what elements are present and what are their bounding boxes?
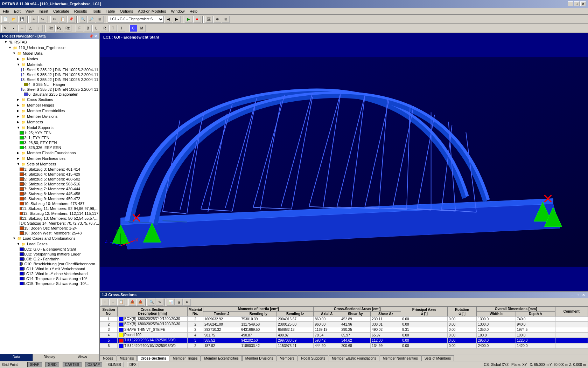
tree-nodal-supports[interactable]: ▼ 📁 Nodal Supports [0,125,99,130]
tree-load-cases-combinations[interactable]: ▼ 📁 Load Cases and Combinations [0,236,99,241]
cs-tab-nodes[interactable]: Nodes [100,355,116,361]
tb2-rotate-z[interactable]: Rz [64,25,71,32]
tree-materials[interactable]: ▼ 📁 Materials [0,62,99,67]
tree-set-15[interactable]: 15: Bogen Ost: Members: 1-24 [0,226,99,231]
tree-mat-5[interactable]: 5: Steel S 355 J2 | DIN EN 10025-2:2004-… [0,87,99,92]
load-case-dropdown[interactable]: LC1 - G,0 - Eigengewicht S... [108,16,164,23]
tb2-front[interactable]: F [76,25,83,32]
tt-new-row[interactable]: + [101,299,109,306]
panel-minimize-btn[interactable]: ─ [570,292,575,297]
nav-tab-data[interactable]: Data [0,354,33,361]
tb-zoom-in[interactable]: 🔍 [79,16,87,23]
tree-lc2[interactable]: LC2: Vorspannung mittlere Lager [0,252,99,257]
tb-axes[interactable]: ⊕ [214,16,221,23]
table-row[interactable]: 5 T IU 1220/2950/14/12/250/15/0/0 3 365.… [100,338,588,343]
tt-delete-row[interactable]: - [109,299,117,306]
cross-section-table[interactable]: SectionNo. Cross-SectionDescription [mm]… [100,306,588,354]
tree-mat-6[interactable]: 6: Baustahl S235 Diagonalen [0,92,99,97]
tree-ns-1[interactable]: 1: 25; YYY EEN [0,130,99,135]
tree-member-eccentricities[interactable]: ▶ 📁 Member Eccentricities [0,108,99,114]
osnap-btn[interactable]: OSNAP [85,362,102,367]
nav-tab-views[interactable]: Views [66,354,99,361]
menu-window[interactable]: Window [169,8,187,14]
menu-options[interactable]: Options [118,8,135,14]
tree-project[interactable]: ▼ 📁 110_Ueberbau_Ergebnisse [0,45,99,50]
snap-btn[interactable]: SNAP [27,362,42,367]
menu-results[interactable]: Results [72,8,89,14]
tree-ns-4[interactable]: 4: 325,326; EEY EEN [0,145,99,150]
tb2-load[interactable]: ↓ [35,25,43,32]
tree-ns-3[interactable]: 3: 26,50; EEY EEN [0,140,99,145]
tb2-member[interactable]: ─ [18,25,26,32]
tree-lc15[interactable]: LC15: Temperatur Schwankung -10°... [0,281,99,286]
tree-set-4[interactable]: 4: Stabzug 4: Members: 415-429 [0,172,99,177]
tree-root[interactable]: ▼ 🏗 RSTAB [0,39,99,45]
tree-set-9[interactable]: 9: Stabzug 9: Members: 459-472 [0,196,99,201]
tb2-right[interactable]: R [101,25,108,32]
tb2-support[interactable]: △ [27,25,34,32]
tb-prev-lc[interactable]: ◀ [164,16,172,23]
dfx-btn[interactable]: DFX [127,362,139,367]
tree-set-5[interactable]: 5: Stabzug 5: Members: 488-502 [0,177,99,182]
tree-lc14[interactable]: LC14: Temperatur Schwankung +10° [0,276,99,281]
tb2-iso[interactable]: I [118,25,125,32]
nav-close-btn[interactable]: ✕ [94,34,97,38]
tt-export[interactable]: 📤 [136,299,144,306]
tree-nodes[interactable]: ▶ 📁 Nodes [0,56,99,62]
tree-lc8[interactable]: LC8: G,2 - Fahrbahn [0,257,99,261]
tb2-rotate-y[interactable]: Ry [55,25,63,32]
tb-render[interactable]: 🖼 [205,16,213,23]
table-row[interactable]: 3 SHAPE-THIN VT_STEIFE 2 292710.32 64316… [100,327,588,332]
menu-tools[interactable]: Tools [90,8,103,14]
tree-member-nonlinearities[interactable]: ▶ 📁 Member Nonlinearities [0,156,99,161]
cs-tab-member-elastic-foundations[interactable]: Member Elastic Foundations [329,355,379,361]
tb-next-lc[interactable]: ▶ [173,16,181,23]
tree-member-divisions[interactable]: ▶ 📁 Member Divisions [0,114,99,119]
tree-lc1[interactable]: LC1: G,0 - Eigengewicht Stahl [0,247,99,252]
tb2-rotate-x[interactable]: Rx [47,25,55,32]
grid-btn[interactable]: GRID [46,362,59,367]
tree-set-10[interactable]: 10: Stabzug 10: Members: 473-487 [0,201,99,206]
tree-set-6[interactable]: 6: Stabzug 6: Members: 503-516 [0,182,99,186]
menu-insert[interactable]: Insert [36,8,50,14]
tree-set-12[interactable]: 12: Stabzug 12: Members: 112,114,115,117 [0,211,99,216]
tt-filter[interactable]: 🔍 [148,299,155,306]
nav-pin-btn[interactable]: 📌 [89,34,93,38]
tt-graph[interactable]: 📊 [167,299,175,306]
cs-tab-nodal-supports[interactable]: Nodal Supports [298,355,328,361]
tt-import[interactable]: 📥 [128,299,136,306]
tree-set-3[interactable]: 3: Stabzug 3: Members: 401-414 [0,167,99,172]
tree-mat-2[interactable]: 2: Steel S 355 J2 | DIN EN 10025-2:2004-… [0,72,99,77]
cs-tab-members[interactable]: Members [276,355,298,361]
table-row[interactable]: 4 Round 100 4 981.75 490.87 490.87 78.54… [100,333,588,338]
cs-tab-member-nonlinearities[interactable]: Member Nonlinearities [380,355,421,361]
tree-load-cases[interactable]: ▼ 📁 Load Cases [0,241,99,247]
tb2-select[interactable]: ↖ [1,25,9,32]
tt-copy-row[interactable]: 📋 [117,299,125,306]
tree-mat-3[interactable]: 3: Steel S 355 J2 | DIN EN 10025-2:2004-… [0,77,99,82]
tb-save[interactable]: 💾 [18,16,26,23]
menu-file[interactable]: File [1,8,11,14]
tree-mat-4[interactable]: 4: S 355 NL – Hänger [0,82,99,87]
tree-ns-2[interactable]: 2: 1; EYY EEN [0,135,99,140]
cs-tab-member-eccentricities[interactable]: Member Eccentricities [201,355,241,361]
tree-set-7[interactable]: 7: Stabzug 7: Members: 430-444 [0,186,99,191]
minimize-btn[interactable]: ─ [568,1,573,6]
tree-member-elastic-foundations[interactable]: ▶ 📁 Member Elastic Foundations [0,150,99,156]
tb2-back[interactable]: B [84,25,92,32]
tb-paste[interactable]: 📌 [67,16,75,23]
menu-view[interactable]: View [23,8,36,14]
tb-zoom-out[interactable]: 🔎 [88,16,95,23]
table-row[interactable]: 2 BOX(B) 1300/20/25/940/1200/20/30 2 245… [100,322,588,327]
tree-model-data[interactable]: ▼ 📁 Model Data [0,50,99,56]
viewport-3d[interactable]: LC1 : G,0 - Eigengewicht Stahl [100,33,588,291]
cs-tab-member-hinges[interactable]: Member Hinges [170,355,201,361]
menu-addon[interactable]: Add-on Modules [136,8,168,14]
tb-open[interactable]: 📂 [10,16,18,23]
tb2-display-mode[interactable]: M [138,25,146,32]
tt-sort[interactable]: ⇅ [156,299,163,306]
tree-set-16[interactable]: 16: Bogen West: Members: 25-48 [0,231,99,236]
menu-help[interactable]: Help [188,8,200,14]
menu-edit[interactable]: Edit [12,8,23,14]
tree-lc11[interactable]: LC11: Wind in +Y mit Verkehrsband [0,266,99,271]
